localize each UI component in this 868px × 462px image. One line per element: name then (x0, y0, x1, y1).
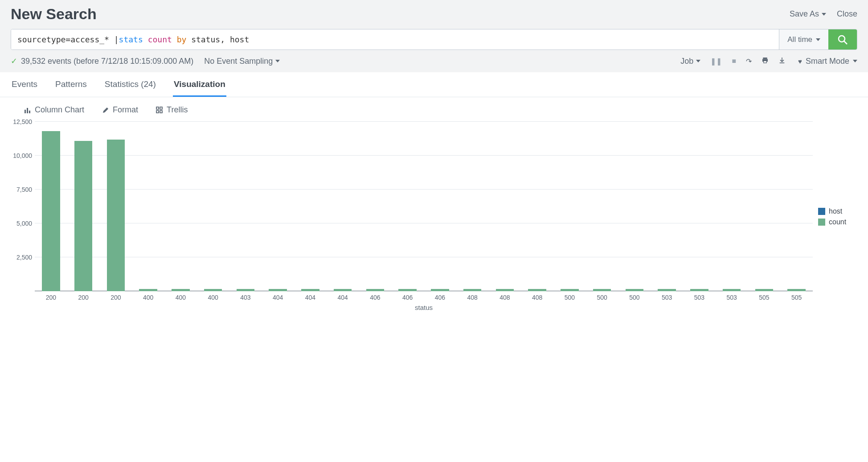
tab-patterns[interactable]: Patterns (54, 72, 88, 97)
time-range-label: All time (787, 35, 812, 44)
bar-slot: 200 (67, 122, 100, 291)
legend-item-host[interactable]: host (818, 207, 857, 215)
query-fields: status, host (186, 35, 249, 44)
bar[interactable] (431, 289, 449, 291)
x-tick-label: 404 (337, 294, 348, 301)
close-button[interactable]: Close (837, 9, 857, 19)
tab-events[interactable]: Events (11, 72, 38, 97)
bar[interactable] (593, 289, 611, 291)
job-label-text: Job (680, 57, 693, 66)
viz-toolbar: Column Chart Format Trellis (0, 97, 868, 119)
y-tick-label: 12,500 (7, 118, 32, 125)
bar[interactable] (107, 140, 125, 291)
share-icon[interactable]: ↷ (746, 57, 752, 66)
bar[interactable] (398, 289, 417, 291)
pause-icon[interactable]: ❚❚ (710, 57, 722, 66)
bar[interactable] (301, 289, 319, 291)
svg-rect-9 (29, 111, 30, 113)
query-prefix: sourcetype=access_* (17, 35, 114, 44)
y-tick-label: 5,000 (7, 220, 32, 227)
search-icon (837, 34, 848, 45)
bar[interactable] (204, 289, 222, 291)
bar[interactable] (787, 289, 806, 291)
query-by: by (177, 35, 187, 44)
x-tick-label: 400 (176, 294, 186, 301)
close-label: Close (837, 9, 857, 19)
bar[interactable] (658, 289, 676, 291)
legend-item-count[interactable]: count (818, 218, 857, 226)
caret-down-icon (275, 60, 280, 62)
bar[interactable] (723, 289, 741, 291)
print-icon[interactable] (762, 57, 769, 66)
bar-slot: 400 (132, 122, 164, 291)
x-tick-label: 503 (662, 294, 672, 301)
bar-slot: 200 (35, 122, 67, 291)
chart-type-label: Column Chart (35, 105, 84, 115)
caret-down-icon (822, 13, 826, 16)
bar[interactable] (42, 131, 60, 291)
swatch-host (818, 208, 825, 215)
x-tick-label: 500 (565, 294, 575, 301)
bar[interactable] (74, 141, 93, 291)
bar[interactable] (139, 289, 157, 291)
format-label: Format (113, 105, 138, 115)
search-mode-dropdown[interactable]: ♥ Smart Mode (798, 57, 857, 66)
bar-slot: 500 (553, 122, 586, 291)
svg-point-0 (839, 36, 845, 42)
bars-container: 2002002004004004004034044044044064064064… (35, 122, 813, 291)
bar-slot: 400 (164, 122, 197, 291)
save-as-button[interactable]: Save As (790, 9, 826, 19)
y-tick-label: 7,500 (7, 186, 32, 193)
svg-rect-10 (156, 107, 159, 109)
bar[interactable] (463, 289, 482, 291)
svg-rect-2 (763, 58, 767, 59)
svg-rect-11 (160, 107, 162, 109)
query-pipe: | (114, 35, 119, 44)
bar-slot: 403 (229, 122, 262, 291)
bar[interactable] (626, 289, 644, 291)
svg-rect-7 (25, 110, 26, 113)
x-tick-label: 500 (629, 294, 639, 301)
y-tick-label: 10,000 (7, 152, 32, 159)
x-tick-label: 406 (370, 294, 380, 301)
pencil-icon (102, 107, 109, 114)
stop-icon[interactable]: ■ (732, 57, 736, 65)
legend-host-label: host (829, 207, 842, 215)
bar[interactable] (755, 289, 774, 291)
bar[interactable] (561, 289, 579, 291)
bar[interactable] (237, 289, 255, 291)
bar-slot: 404 (327, 122, 359, 291)
bar[interactable] (172, 289, 190, 291)
x-tick-label: 408 (500, 294, 510, 301)
lightbulb-icon: ♥ (798, 58, 802, 65)
x-axis-title: status (35, 304, 813, 311)
download-icon[interactable] (778, 57, 786, 66)
x-tick-label: 400 (208, 294, 218, 301)
bar-slot: 404 (294, 122, 327, 291)
trellis-button[interactable]: Trellis (156, 105, 188, 115)
svg-rect-12 (156, 111, 159, 113)
x-tick-label: 404 (273, 294, 283, 301)
bar[interactable] (269, 289, 287, 291)
bar-slot: 503 (716, 122, 748, 291)
chart-type-button[interactable]: Column Chart (24, 105, 84, 115)
x-tick-label: 503 (726, 294, 737, 301)
events-summary: ✓ 39,532 events (before 7/12/18 10:15:09… (11, 56, 193, 66)
bar[interactable] (690, 289, 708, 291)
bar-slot: 503 (683, 122, 716, 291)
events-text: 39,532 events (before 7/12/18 10:15:09.0… (21, 57, 193, 66)
bar[interactable] (334, 289, 352, 291)
time-range-picker[interactable]: All time (779, 29, 828, 50)
search-button[interactable] (828, 29, 857, 50)
svg-rect-4 (764, 61, 767, 63)
tab-visualization[interactable]: Visualization (173, 72, 226, 97)
format-button[interactable]: Format (102, 105, 138, 115)
chart-area: 2,5005,0007,50010,00012,5002002002004004… (4, 122, 813, 311)
search-input[interactable]: sourcetype=access_* |stats count by stat… (11, 29, 779, 50)
bar[interactable] (496, 289, 514, 291)
bar[interactable] (528, 289, 546, 291)
tab-statistics[interactable]: Statistics (24) (104, 72, 157, 97)
event-sampling-dropdown[interactable]: No Event Sampling (204, 57, 280, 66)
bar[interactable] (366, 289, 385, 291)
job-dropdown[interactable]: Job (680, 57, 700, 66)
